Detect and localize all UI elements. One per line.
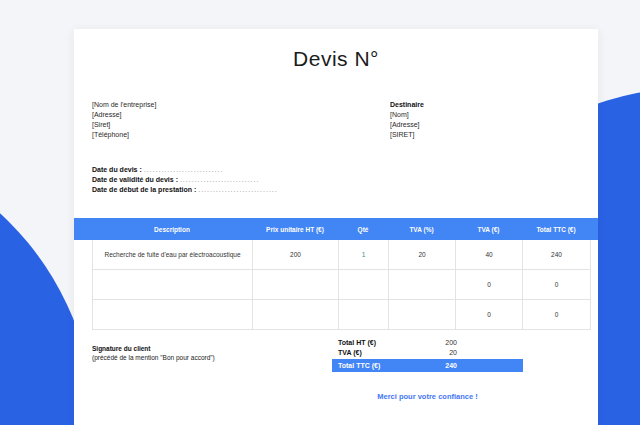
table-body: Recherche de fuite d'eau par électroacou… <box>92 240 591 330</box>
cell-prix: 200 <box>253 240 339 270</box>
totals-block: Total HT (€) 200 TVA (€) 20 Total TTC (€… <box>332 337 523 372</box>
header-description: Description <box>92 226 252 233</box>
company-info-block: [Nom de l'entreprise] [Adresse] [Siret] … <box>92 100 156 140</box>
dates-block: Date du devis : ........................… <box>92 165 278 195</box>
recipient-siret: [SIRET] <box>390 130 424 140</box>
date-devis-dots: ........................... <box>144 166 224 173</box>
cell-description <box>93 300 253 330</box>
cell-tva-pct <box>389 270 456 300</box>
total-ht-row: Total HT (€) 200 <box>332 337 523 347</box>
footer-message: Merci pour votre confiance ! <box>332 392 523 401</box>
table-row: 0 0 <box>93 300 591 330</box>
date-devis-label: Date du devis : <box>92 166 142 173</box>
tva-label: TVA (€) <box>338 349 417 356</box>
tva-row: TVA (€) 20 <box>332 347 523 357</box>
cell-total-ttc: 240 <box>523 240 591 270</box>
company-name: [Nom de l'entreprise] <box>92 100 156 110</box>
table-row: 0 0 <box>93 270 591 300</box>
date-prestation-label: Date de début de la prestation : <box>92 186 196 193</box>
total-ht-value: 200 <box>417 339 457 346</box>
items-table: Description Prix unitaire HT (€) Qté TVA… <box>74 218 598 330</box>
tva-value: 20 <box>417 349 457 356</box>
header-tva-pct: TVA (%) <box>388 226 455 233</box>
cell-tva-eur: 0 <box>456 300 523 330</box>
date-validite-label: Date de validité du devis : <box>92 176 178 183</box>
cell-qte <box>339 270 389 300</box>
cell-description: Recherche de fuite d'eau par électroacou… <box>93 240 253 270</box>
page-title: Devis N° <box>74 47 598 71</box>
cell-prix <box>253 270 339 300</box>
cell-tva-eur: 0 <box>456 270 523 300</box>
cell-total-ttc: 0 <box>523 300 591 330</box>
signature-label: Signature du client <box>92 344 215 353</box>
cell-tva-pct <box>389 300 456 330</box>
table-header-row: Description Prix unitaire HT (€) Qté TVA… <box>74 218 598 240</box>
table-row: Recherche de fuite d'eau par électroacou… <box>93 240 591 270</box>
date-prestation-dots: ........................... <box>198 186 278 193</box>
date-devis-line: Date du devis : ........................… <box>92 165 278 175</box>
cell-qte <box>339 300 389 330</box>
cell-tva-eur: 40 <box>456 240 523 270</box>
recipient-address: [Adresse] <box>390 120 424 130</box>
cell-total-ttc: 0 <box>523 270 591 300</box>
company-address: [Adresse] <box>92 110 156 120</box>
quote-document: Devis N° [Nom de l'entreprise] [Adresse]… <box>74 29 598 425</box>
cell-tva-pct: 20 <box>389 240 456 270</box>
recipient-name: [Nom] <box>390 110 424 120</box>
page-background: Devis N° [Nom de l'entreprise] [Adresse]… <box>0 0 640 425</box>
signature-note: (précédé de la mention "Bon pour accord"… <box>92 353 215 362</box>
date-prestation-line: Date de début de la prestation : .......… <box>92 185 278 195</box>
total-ht-label: Total HT (€) <box>338 339 417 346</box>
total-ttc-value: 240 <box>417 362 457 369</box>
header-qte: Qté <box>338 226 388 233</box>
company-phone: [Téléphone] <box>92 130 156 140</box>
company-siret: [Siret] <box>92 120 156 130</box>
date-validite-line: Date de validité du devis : ............… <box>92 175 278 185</box>
recipient-info-block: Destinaire [Nom] [Adresse] [SIRET] <box>390 100 424 140</box>
recipient-heading: Destinaire <box>390 100 424 110</box>
cell-qte: 1 <box>339 240 389 270</box>
header-prix-unitaire: Prix unitaire HT (€) <box>252 226 338 233</box>
date-validite-dots: ........................... <box>180 176 260 183</box>
cell-prix <box>253 300 339 330</box>
header-tva-eur: TVA (€) <box>455 226 522 233</box>
cell-description <box>93 270 253 300</box>
total-ttc-row: Total TTC (€) 240 <box>332 359 523 372</box>
total-ttc-label: Total TTC (€) <box>338 362 417 369</box>
header-total-ttc: Total TTC (€) <box>522 226 590 233</box>
signature-block: Signature du client (précédé de la menti… <box>92 344 215 362</box>
